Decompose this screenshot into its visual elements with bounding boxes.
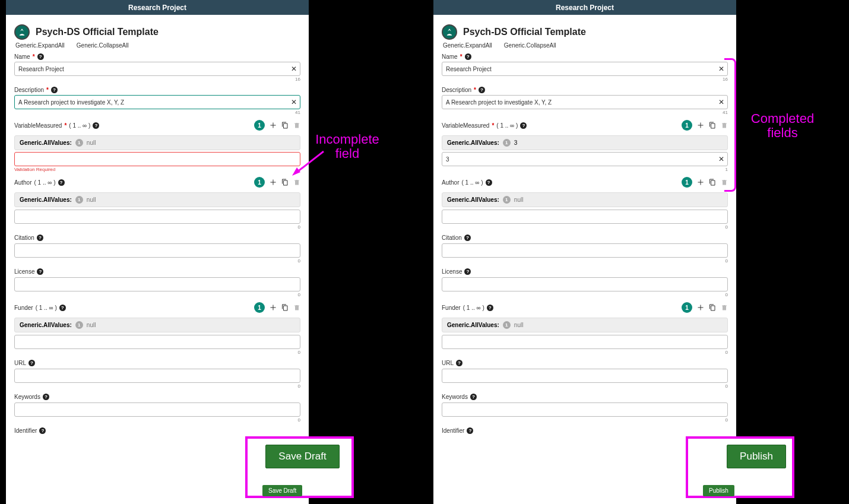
- allvalues-label: Generic.AllValues:: [447, 140, 499, 146]
- add-icon[interactable]: [270, 179, 277, 186]
- help-icon[interactable]: ?: [470, 394, 477, 400]
- url-input[interactable]: [442, 369, 728, 383]
- description-label: Description: [442, 87, 471, 93]
- clear-icon[interactable]: ✕: [718, 65, 724, 73]
- save-draft-highlight-box: Save Draft Save Draft: [245, 436, 354, 498]
- url-input[interactable]: [14, 369, 300, 383]
- keywords-input[interactable]: [14, 402, 300, 417]
- license-input[interactable]: [14, 277, 300, 291]
- copy-icon[interactable]: [281, 122, 289, 129]
- name-input[interactable]: [442, 62, 728, 76]
- count-badge: 1: [682, 302, 692, 313]
- help-icon[interactable]: ?: [37, 234, 43, 241]
- add-icon[interactable]: [697, 122, 704, 129]
- license-count: 0: [442, 292, 728, 297]
- allvalues-label: Generic.AllValues:: [447, 196, 499, 203]
- help-icon[interactable]: ?: [464, 234, 471, 241]
- expand-all-link[interactable]: Generic.ExpandAll: [15, 42, 65, 49]
- name-label: Name: [14, 53, 30, 60]
- allvalues-value: null: [514, 196, 524, 203]
- help-icon[interactable]: ?: [43, 394, 49, 400]
- author-input[interactable]: [14, 210, 300, 224]
- add-icon[interactable]: [270, 304, 277, 311]
- keywords-label: Keywords: [442, 394, 468, 400]
- save-draft-button-small[interactable]: Save Draft: [262, 485, 302, 496]
- expand-all-link[interactable]: Generic.ExpandAll: [443, 42, 492, 49]
- license-label: License: [442, 268, 462, 275]
- clear-icon[interactable]: ✕: [291, 98, 297, 106]
- clear-icon[interactable]: ✕: [718, 98, 724, 106]
- help-icon[interactable]: ?: [28, 360, 35, 366]
- allvalues-value: null: [514, 322, 524, 328]
- description-input[interactable]: [14, 95, 300, 109]
- add-icon[interactable]: [697, 304, 704, 311]
- topbar-title: Research Project: [128, 4, 186, 12]
- add-icon[interactable]: [697, 179, 704, 186]
- author-input[interactable]: [442, 210, 728, 224]
- license-label: License: [14, 268, 34, 275]
- collapse-all-link[interactable]: Generic.CollapseAll: [77, 42, 129, 49]
- license-input[interactable]: [442, 277, 728, 291]
- panel-incomplete: Research Project Psych-DS Official Templ…: [6, 0, 309, 504]
- allvalues-bar: Generic.AllValues: 1 null: [14, 135, 300, 150]
- url-count: 0: [442, 383, 728, 389]
- cardinality-text: ( 1 .. ∞ ): [463, 305, 484, 311]
- variable-input[interactable]: [442, 152, 728, 166]
- help-icon[interactable]: ?: [58, 179, 65, 186]
- citation-count: 0: [14, 258, 300, 264]
- clear-icon[interactable]: ✕: [718, 155, 724, 163]
- name-label: Name: [442, 53, 458, 60]
- funder-input[interactable]: [442, 335, 728, 349]
- collapse-all-link[interactable]: Generic.CollapseAll: [504, 42, 556, 49]
- help-icon[interactable]: ?: [486, 179, 492, 186]
- help-icon[interactable]: ?: [467, 427, 473, 434]
- description-input[interactable]: [442, 95, 728, 109]
- copy-icon[interactable]: [709, 304, 716, 311]
- description-label-row: Description * ?: [442, 87, 728, 93]
- help-icon[interactable]: ?: [93, 122, 99, 129]
- copy-icon[interactable]: [281, 179, 289, 186]
- help-icon[interactable]: ?: [37, 53, 44, 60]
- help-icon[interactable]: ?: [37, 268, 43, 275]
- help-icon[interactable]: ?: [39, 427, 46, 434]
- page-title: Psych-DS Official Template: [463, 27, 586, 37]
- help-icon[interactable]: ?: [479, 87, 485, 93]
- name-input[interactable]: [14, 62, 300, 76]
- help-icon[interactable]: ?: [51, 87, 58, 93]
- copy-icon[interactable]: [709, 179, 716, 186]
- publish-button-small[interactable]: Publish: [703, 485, 734, 496]
- delete-icon: [721, 304, 728, 311]
- license-label-row: License ?: [442, 268, 728, 275]
- cardinality-text: ( 1 .. ∞ ): [36, 305, 57, 311]
- citation-input[interactable]: [14, 243, 300, 258]
- help-icon[interactable]: ?: [520, 122, 527, 129]
- help-icon[interactable]: ?: [464, 268, 471, 275]
- funder-section-head: Funder ( 1 .. ∞ ) ? 1: [442, 302, 728, 313]
- citation-input[interactable]: [442, 243, 728, 258]
- mini-badge: 1: [75, 321, 83, 329]
- logo-icon: [14, 24, 30, 40]
- help-icon[interactable]: ?: [465, 53, 471, 60]
- bracket-icon: [724, 58, 736, 192]
- allvalues-value: null: [87, 140, 96, 146]
- panel-complete: Research Project Psych-DS Official Templ…: [433, 0, 736, 504]
- publish-highlight-box: Publish Publish: [686, 436, 794, 498]
- clear-icon[interactable]: ✕: [291, 65, 297, 73]
- publish-button-large[interactable]: Publish: [727, 445, 786, 468]
- save-draft-button-large[interactable]: Save Draft: [265, 445, 340, 468]
- mini-badge: 1: [75, 139, 83, 147]
- funder-input[interactable]: [14, 335, 300, 349]
- funder-count: 0: [442, 350, 728, 355]
- variable-input-error[interactable]: [14, 152, 300, 166]
- copy-icon[interactable]: [709, 122, 716, 129]
- copy-icon[interactable]: [281, 304, 289, 311]
- add-icon[interactable]: [270, 122, 277, 129]
- identifier-label: Identifier: [14, 427, 37, 434]
- keywords-label-row: Keywords ?: [14, 394, 300, 400]
- funder-section-head: Funder ( 1 .. ∞ ) ? 1: [14, 302, 300, 313]
- keywords-input[interactable]: [442, 402, 728, 417]
- help-icon[interactable]: ?: [456, 360, 462, 366]
- help-icon[interactable]: ?: [487, 305, 493, 311]
- help-icon[interactable]: ?: [59, 305, 66, 311]
- description-char-count: 41: [442, 110, 728, 115]
